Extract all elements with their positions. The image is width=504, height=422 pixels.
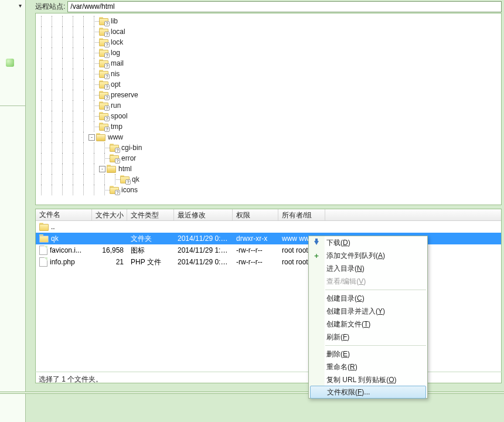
menu-item[interactable]: 重命名(R) [309, 360, 427, 373]
dropdown-arrow-icon[interactable]: ▾ [17, 2, 23, 11]
tree-item-cgi-bin[interactable]: ?cgi-bin [36, 142, 501, 153]
tree-item-label: mail [111, 58, 124, 69]
menu-item[interactable]: 创建目录(C) [309, 292, 427, 305]
menu-item: 查看/编辑(V) [309, 275, 427, 288]
folder-icon: ? [110, 154, 119, 162]
sync-indicator-icon [6, 59, 14, 67]
file-perm: -rw-r--r-- [233, 258, 278, 266]
menu-item[interactable]: ＋添加文件到队列(A) [309, 249, 427, 262]
tree-item-www[interactable]: -www [36, 132, 501, 142]
menu-item-label: 下载 [326, 238, 340, 248]
menu-item-label: 创建目录 [326, 294, 355, 304]
folder-icon: ? [99, 91, 108, 99]
menu-separator [325, 290, 426, 290]
folder-icon: ? [120, 175, 130, 183]
tree-item-local[interactable]: ?local [36, 26, 501, 37]
tree-item-spool[interactable]: ?spool [36, 111, 501, 121]
menu-item[interactable]: 进入目录(N) [309, 262, 427, 275]
file-type: PHP 文件 [127, 257, 174, 267]
menu-item[interactable]: 下载(D) [309, 236, 427, 249]
tree-item-label: cgi-bin [121, 142, 142, 153]
folder-icon: ? [99, 80, 108, 89]
menu-item-accel: T [364, 320, 368, 328]
folder-icon: ? [99, 49, 108, 57]
tree-item-run[interactable]: ?run [36, 100, 501, 111]
column-owner[interactable]: 所有者/组 [278, 209, 325, 220]
tree-item-label: log [111, 47, 120, 58]
folder-icon: ? [99, 59, 108, 67]
remote-path-input[interactable] [67, 1, 502, 12]
tree-expander-icon[interactable]: - [99, 166, 105, 172]
add-icon: ＋ [312, 251, 321, 260]
column-date[interactable]: 最近修改 [174, 209, 233, 220]
file-name: favicon.i... [50, 246, 81, 254]
tree-item-qk[interactable]: ?qk [36, 174, 501, 185]
menu-item-accel: D [343, 239, 348, 247]
folder-icon: ? [110, 186, 119, 194]
menu-item[interactable]: 创建目录并进入(Y) [309, 305, 427, 318]
tree-item-mail[interactable]: ?mail [36, 58, 501, 69]
folder-icon [96, 133, 105, 141]
menu-item-accel: O [389, 376, 394, 384]
tree-item-nis[interactable]: ?nis [36, 69, 501, 79]
file-date: 2014/11/29 0:2... [174, 258, 233, 266]
column-name[interactable]: 文件名 [36, 209, 92, 220]
menu-item[interactable]: 复制 URL 到剪贴板(O) [309, 373, 427, 386]
file-list[interactable]: ..qk文件夹2014/11/29 0:5...drwxr-xr-xwww ww… [36, 221, 501, 383]
folder-icon [39, 223, 49, 231]
column-size[interactable]: 文件大小 [92, 209, 127, 220]
menu-item-accel: N [357, 264, 362, 273]
tree-item-lock[interactable]: ?lock [36, 37, 501, 47]
menu-item[interactable]: 文件权限(F)... [310, 386, 426, 399]
file-row[interactable]: favicon.i...16,958图标2014/11/29 1:2...-rw… [36, 244, 501, 256]
menu-item-label: 进入目录 [326, 264, 355, 274]
tree-expander-icon[interactable]: - [88, 134, 95, 141]
folder-icon: ? [99, 70, 108, 78]
file-list-header[interactable]: 文件名 文件大小 文件类型 最近修改 权限 所有者/组 [36, 209, 501, 221]
context-menu: 下载(D)＋添加文件到队列(A)进入目录(N)查看/编辑(V)创建目录(C)创建… [308, 236, 428, 399]
file-list-panel: 文件名 文件大小 文件类型 最近修改 权限 所有者/组 ..qk文件夹2014/… [35, 209, 502, 383]
remote-tree-panel[interactable]: ?lib?local?lock?log?mail?nis?opt?preserv… [35, 13, 502, 205]
menu-item[interactable]: 刷新(F) [309, 331, 427, 343]
tree-item-opt[interactable]: ?opt [36, 79, 501, 90]
file-name: info.php [50, 258, 75, 266]
menu-item[interactable]: 删除(E) [309, 348, 427, 360]
tree-item-label: html [118, 164, 132, 174]
column-type[interactable]: 文件类型 [127, 209, 174, 220]
file-perm: -rw-r--r-- [233, 246, 278, 254]
menu-item-label: 刷新 [326, 332, 340, 342]
tree-item-preserve[interactable]: ?preserve [36, 90, 501, 100]
panel-splitter[interactable] [0, 392, 504, 394]
menu-item-label: 创建新文件 [326, 319, 362, 329]
menu-item-label: 创建目录并进入 [326, 307, 376, 316]
tree-item-icons[interactable]: ?icons [36, 185, 501, 195]
tree-item-html[interactable]: -html [36, 164, 501, 174]
tree-item-tmp[interactable]: ?tmp [36, 121, 501, 132]
tree-item-lib[interactable]: ?lib [36, 16, 501, 26]
file-row[interactable]: qk文件夹2014/11/29 0:5...drwxr-xr-xwww www [36, 233, 501, 244]
tree-item-log[interactable]: ?log [36, 47, 501, 58]
menu-item-accel: F [343, 333, 347, 341]
tree-item-label: lock [111, 37, 123, 47]
folder-icon [107, 165, 116, 173]
download-icon [312, 238, 321, 247]
menu-item-label: 复制 URL 到剪贴板 [326, 375, 386, 385]
tree-item-error[interactable]: ?error [36, 153, 501, 164]
menu-item[interactable]: 创建新文件(T) [309, 318, 427, 331]
tree-item-label: qk [132, 174, 139, 185]
menu-item-accel: A [378, 251, 383, 260]
file-size: 21 [92, 258, 127, 266]
file-row[interactable]: .. [36, 221, 501, 233]
menu-item-label: 重命名 [326, 362, 348, 372]
tree-item-label: icons [121, 185, 138, 195]
column-perm[interactable]: 权限 [233, 209, 278, 220]
file-date: 2014/11/29 1:2... [174, 246, 233, 254]
folder-icon: ? [99, 28, 108, 36]
status-bar: 选择了 1 个文件夹。 [35, 372, 502, 384]
file-row[interactable]: info.php21PHP 文件2014/11/29 0:2...-rw-r--… [36, 256, 501, 268]
tree-item-label: lib [111, 16, 118, 26]
file-perm: drwxr-xr-x [233, 234, 278, 243]
folder-icon: ? [99, 101, 108, 110]
file-size: 16,958 [92, 246, 127, 254]
tree-item-label: www [108, 132, 123, 142]
